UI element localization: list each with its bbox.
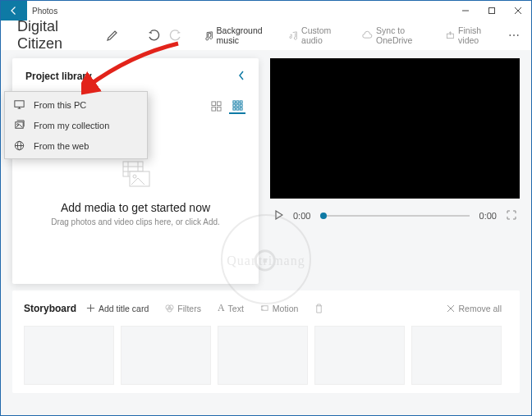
motion-button[interactable]: Motion — [254, 300, 305, 317]
svg-rect-8 — [217, 101, 221, 105]
export-icon — [446, 30, 455, 41]
empty-heading: Add media to get started now — [25, 201, 245, 214]
storyboard-slot[interactable] — [24, 326, 114, 385]
add-from-collection-item[interactable]: From my collection — [5, 115, 147, 135]
storyboard-slot[interactable] — [314, 326, 405, 385]
fullscreen-button[interactable] — [507, 210, 516, 222]
audio-icon — [289, 30, 298, 41]
svg-rect-14 — [232, 104, 235, 107]
minimize-button[interactable] — [452, 1, 479, 21]
player-controls: 0:00 0:00 — [270, 199, 520, 233]
chevron-left-icon — [237, 71, 245, 80]
storyboard-title: Storyboard — [24, 303, 76, 314]
grid-2x2-icon — [211, 101, 222, 112]
plus-icon — [86, 304, 95, 313]
collapse-library-button[interactable] — [237, 70, 245, 83]
maximize-button[interactable] — [479, 1, 505, 21]
redo-icon — [169, 29, 182, 42]
svg-rect-15 — [236, 104, 239, 107]
redo-button[interactable] — [167, 25, 185, 46]
pencil-icon — [106, 29, 119, 42]
storyboard-panel: Storyboard Add title card Filters A Text… — [12, 290, 520, 393]
svg-rect-13 — [240, 100, 242, 103]
library-empty-state: Add media to get started now Drag photos… — [25, 160, 245, 226]
add-title-card-button[interactable]: Add title card — [80, 300, 155, 317]
fullscreen-icon — [507, 210, 516, 220]
time-total: 0:00 — [479, 211, 497, 221]
view-small-grid-button[interactable] — [229, 98, 245, 114]
svg-rect-9 — [211, 107, 215, 111]
close-button[interactable] — [505, 1, 531, 21]
view-large-grid-button[interactable] — [208, 98, 224, 114]
storyboard-slot[interactable] — [411, 326, 502, 385]
more-button[interactable]: ⋯ — [505, 25, 523, 46]
text-icon: A — [218, 302, 225, 314]
project-name: Digital Citizen — [17, 18, 94, 53]
filters-button[interactable]: Filters — [158, 300, 208, 317]
play-button[interactable] — [273, 210, 283, 222]
window-title: Photos — [27, 7, 452, 16]
add-dropdown-menu: From this PC From my collection From the… — [4, 91, 148, 159]
storyboard-slot[interactable] — [218, 326, 308, 385]
svg-rect-16 — [240, 104, 242, 107]
arrow-left-icon — [9, 6, 19, 16]
text-button[interactable]: A Text — [211, 299, 250, 318]
storyboard-clips — [24, 326, 508, 385]
svg-rect-35 — [15, 101, 24, 107]
seek-slider[interactable] — [320, 215, 469, 217]
svg-rect-18 — [236, 107, 239, 110]
add-from-pc-item[interactable]: From this PC — [5, 94, 147, 115]
svg-rect-17 — [232, 107, 235, 110]
play-icon — [273, 210, 283, 220]
grid-3x3-icon — [232, 100, 243, 111]
undo-icon — [147, 29, 160, 42]
rename-button[interactable] — [103, 25, 122, 46]
svg-rect-25 — [130, 171, 149, 186]
monitor-icon — [13, 98, 25, 111]
time-current: 0:00 — [293, 211, 310, 221]
library-title: Project library — [25, 71, 92, 82]
svg-rect-10 — [217, 107, 221, 111]
cloud-icon — [362, 30, 373, 40]
sync-onedrive-button[interactable]: Sync to OneDrive — [357, 22, 438, 48]
motion-icon — [260, 304, 269, 313]
preview-panel: 0:00 0:00 — [270, 58, 520, 284]
globe-icon — [13, 139, 25, 152]
storyboard-slot[interactable] — [121, 326, 211, 385]
svg-rect-11 — [232, 100, 235, 103]
svg-rect-19 — [240, 107, 242, 110]
close-icon — [447, 304, 455, 313]
filters-icon — [165, 304, 174, 313]
undo-button[interactable] — [144, 25, 163, 46]
collection-icon — [13, 119, 25, 131]
svg-rect-12 — [236, 100, 239, 103]
trash-icon — [314, 304, 323, 313]
svg-rect-1 — [489, 8, 495, 14]
empty-subtext: Drag photos and video clips here, or cli… — [25, 217, 245, 226]
delete-button[interactable] — [308, 300, 330, 317]
media-placeholder-icon — [117, 160, 154, 190]
remove-all-button[interactable]: Remove all — [440, 300, 508, 317]
video-preview[interactable] — [270, 58, 520, 199]
add-from-web-item[interactable]: From the web — [5, 135, 147, 156]
custom-audio-button[interactable]: Custom audio — [284, 22, 351, 48]
finish-video-button[interactable]: Finish video — [441, 22, 502, 48]
bg-music-button[interactable]: Background music — [200, 22, 282, 48]
app-toolbar: Digital Citizen Background music Custom … — [1, 21, 531, 50]
svg-rect-7 — [211, 101, 215, 105]
music-icon — [204, 30, 213, 41]
